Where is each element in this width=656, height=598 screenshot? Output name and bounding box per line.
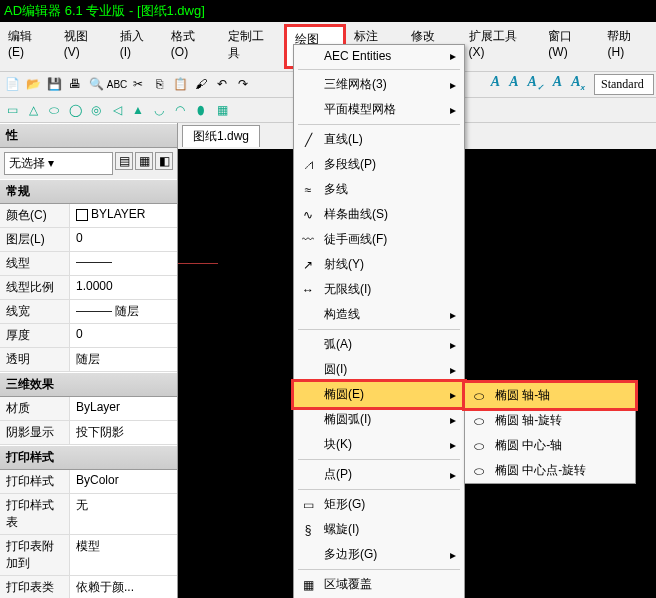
redo-icon[interactable]: ↷ xyxy=(233,74,253,94)
section-general[interactable]: 常规 xyxy=(0,179,177,204)
dish-icon[interactable]: ◡ xyxy=(149,100,169,120)
copy-icon[interactable]: ⎘ xyxy=(149,74,169,94)
menu-ext-tools[interactable]: 扩展工具(X) xyxy=(461,24,541,69)
text-a4-icon[interactable]: A xyxy=(549,74,566,95)
menu-help[interactable]: 帮助(H) xyxy=(599,24,656,69)
dd-mesh3d[interactable]: 三维网格(3)▸ xyxy=(294,72,464,97)
cut-icon[interactable]: ✂ xyxy=(128,74,148,94)
pyramid-icon[interactable]: ▲ xyxy=(128,100,148,120)
val-material[interactable]: ByLayer xyxy=(70,397,177,420)
torus-icon[interactable]: ◎ xyxy=(86,100,106,120)
dd-rect[interactable]: ▭矩形(G) xyxy=(294,492,464,517)
dd-ray[interactable]: ↗射线(Y) xyxy=(294,252,464,277)
text-a2-icon[interactable]: A xyxy=(505,74,522,95)
draw-dropdown: AEC Entities▸ 三维网格(3)▸ 平面模型网格▸ ╱直线(L) ⩘多… xyxy=(293,44,465,598)
spline-icon: ∿ xyxy=(298,208,318,222)
dd-spiral[interactable]: §螺旋(I) xyxy=(294,517,464,542)
dd-spline[interactable]: ∿样条曲线(S) xyxy=(294,202,464,227)
text-a5-icon[interactable]: Ax xyxy=(567,74,589,95)
sub-center-rot[interactable]: ⬭椭圆 中心点-旋转 xyxy=(465,458,635,483)
new-icon[interactable]: 📄 xyxy=(2,74,22,94)
menu-insert[interactable]: 插入(I) xyxy=(112,24,163,69)
menu-view[interactable]: 视图(V) xyxy=(56,24,112,69)
properties-panel: 性 无选择 ▾ ▤ ▦ ◧ 常规 颜色(C)BYLAYER 图层(L)0 线型—… xyxy=(0,123,178,598)
text-a3-icon[interactable]: A✓ xyxy=(524,74,548,95)
sub-center-axis[interactable]: ⬭椭圆 中心-轴 xyxy=(465,433,635,458)
menu-format[interactable]: 格式(O) xyxy=(163,24,220,69)
open-icon[interactable]: 📂 xyxy=(23,74,43,94)
ray-icon: ↗ xyxy=(298,258,318,272)
val-lineweight[interactable]: ——— 随层 xyxy=(70,300,177,323)
menu-custom-tools[interactable]: 定制工具 xyxy=(220,24,284,69)
dd-constr[interactable]: 构造线▸ xyxy=(294,302,464,327)
dd-arc[interactable]: 弧(A)▸ xyxy=(294,332,464,357)
wedge-icon[interactable]: ◁ xyxy=(107,100,127,120)
spell-icon[interactable]: ABC xyxy=(107,74,127,94)
dd-pline[interactable]: ⩘多段线(P) xyxy=(294,152,464,177)
sphere-icon[interactable]: ◯ xyxy=(65,100,85,120)
print-icon[interactable]: 🖶 xyxy=(65,74,85,94)
ellipse-icon: ⬭ xyxy=(469,464,489,478)
dd-ellipsearc[interactable]: 椭圆弧(I)▸ xyxy=(294,407,464,432)
paste-icon[interactable]: 📋 xyxy=(170,74,190,94)
text-a-icon[interactable]: A xyxy=(487,74,504,95)
dd-freehand[interactable]: 〰徒手画线(F) xyxy=(294,227,464,252)
lbl-ptabletype: 打印表类型 xyxy=(0,576,70,598)
dome-icon[interactable]: ◠ xyxy=(170,100,190,120)
quick-select-icon[interactable]: ▦ xyxy=(135,152,153,170)
undo-icon[interactable]: ↶ xyxy=(212,74,232,94)
val-transparency[interactable]: 随层 xyxy=(70,348,177,371)
mesh-icon[interactable]: ▦ xyxy=(212,100,232,120)
section-3d[interactable]: 三维效果 xyxy=(0,372,177,397)
cylinder-icon[interactable]: ⬭ xyxy=(44,100,64,120)
val-ltscale[interactable]: 1.0000 xyxy=(70,276,177,299)
tab-drawing1[interactable]: 图纸1.dwg xyxy=(182,125,260,147)
lbl-pstyleattach: 打印表附加到 xyxy=(0,535,70,575)
val-color[interactable]: BYLAYER xyxy=(70,204,177,227)
dd-mline[interactable]: ≈多线 xyxy=(294,177,464,202)
val-thickness[interactable]: 0 xyxy=(70,324,177,347)
val-shadow[interactable]: 投下阴影 xyxy=(70,421,177,444)
pick-icon[interactable]: ◧ xyxy=(155,152,173,170)
save-icon[interactable]: 💾 xyxy=(44,74,64,94)
match-icon[interactable]: 🖌 xyxy=(191,74,211,94)
preview-icon[interactable]: 🔍 xyxy=(86,74,106,94)
lbl-ltscale: 线型比例 xyxy=(0,276,70,299)
cone-icon[interactable]: △ xyxy=(23,100,43,120)
section-print[interactable]: 打印样式 xyxy=(0,445,177,470)
dd-aec[interactable]: AEC Entities▸ xyxy=(294,45,464,67)
dd-polygon[interactable]: 多边形(G)▸ xyxy=(294,542,464,567)
filter-icon[interactable]: ▤ xyxy=(115,152,133,170)
lbl-thickness: 厚度 xyxy=(0,324,70,347)
val-layer[interactable]: 0 xyxy=(70,228,177,251)
ellipse-icon: ⬭ xyxy=(469,389,489,403)
val-pstyletab[interactable]: 无 xyxy=(70,494,177,534)
dd-point[interactable]: 点(P)▸ xyxy=(294,462,464,487)
val-pstyleattach[interactable]: 模型 xyxy=(70,535,177,575)
sub-axis-axis[interactable]: ⬭椭圆 轴-轴 xyxy=(462,380,638,411)
dd-region[interactable]: ▦区域覆盖 xyxy=(294,572,464,597)
props-title: 性 xyxy=(0,123,177,148)
val-pstyle[interactable]: ByColor xyxy=(70,470,177,493)
style-box[interactable] xyxy=(594,74,654,95)
val-linetype[interactable]: ——— xyxy=(70,252,177,275)
menu-edit[interactable]: 编辑(E) xyxy=(0,24,56,69)
dd-xline[interactable]: ↔无限线(I) xyxy=(294,277,464,302)
freehand-icon: 〰 xyxy=(298,233,318,247)
dd-block[interactable]: 块(K)▸ xyxy=(294,432,464,457)
val-ptabletype[interactable]: 依赖于颜... xyxy=(70,576,177,598)
menu-window[interactable]: 窗口(W) xyxy=(540,24,599,69)
dd-ellipse[interactable]: 椭圆(E)▸ ⬭椭圆 轴-轴 ⬭椭圆 轴-旋转 ⬭椭圆 中心-轴 ⬭椭圆 中心点… xyxy=(291,379,467,410)
lbl-pstyletab: 打印样式表 xyxy=(0,494,70,534)
axis-line xyxy=(178,263,218,264)
box-icon[interactable]: ▭ xyxy=(2,100,22,120)
dd-line[interactable]: ╱直线(L) xyxy=(294,127,464,152)
xline-icon: ↔ xyxy=(298,283,318,297)
selection-dropdown[interactable]: 无选择 ▾ xyxy=(4,152,113,175)
dd-planar[interactable]: 平面模型网格▸ xyxy=(294,97,464,122)
ellipse-icon: ⬭ xyxy=(469,414,489,428)
sub-axis-rot[interactable]: ⬭椭圆 轴-旋转 xyxy=(465,408,635,433)
extrude-icon[interactable]: ⬮ xyxy=(191,100,211,120)
lbl-material: 材质 xyxy=(0,397,70,420)
lbl-shadow: 阴影显示 xyxy=(0,421,70,444)
